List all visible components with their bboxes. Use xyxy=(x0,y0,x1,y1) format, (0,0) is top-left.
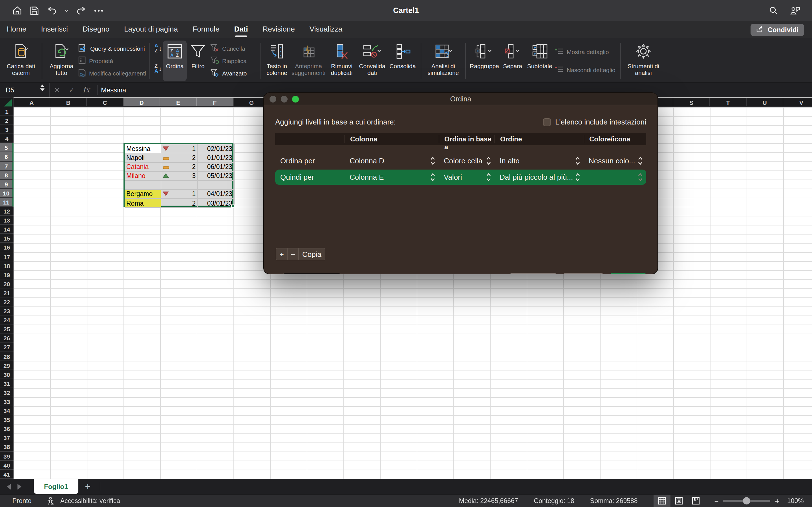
queries-connections-button[interactable]: Query & connessioni xyxy=(79,43,145,54)
ribbon-tab-dati[interactable]: Dati xyxy=(234,22,248,37)
color-icon-dropdown[interactable] xyxy=(583,173,646,181)
column-dropdown[interactable]: Colonna E xyxy=(345,173,439,181)
fill-handle[interactable] xyxy=(231,205,235,208)
row-header-24[interactable]: 24 xyxy=(0,316,13,325)
undo-icon[interactable] xyxy=(47,6,56,15)
edit-links-button[interactable]: Modifica collegamenti xyxy=(79,68,145,79)
row-header-14[interactable]: 14 xyxy=(0,225,13,234)
row-header-38[interactable]: 38 xyxy=(0,443,13,452)
normal-view-icon[interactable] xyxy=(654,494,670,507)
insert-function-icon[interactable]: fx xyxy=(79,86,94,94)
cell-E7[interactable]: 2 xyxy=(161,163,198,172)
cell-F5[interactable]: 02/01/23 xyxy=(198,145,235,154)
accessibility-status[interactable]: Accessibilità: verifica xyxy=(60,497,120,504)
cell-E8[interactable]: 3 xyxy=(161,172,198,180)
group-button[interactable]: Raggruppa xyxy=(469,41,500,81)
cell-F10[interactable]: 04/01/23 xyxy=(198,190,235,199)
cell-D10[interactable]: Bergamo xyxy=(124,190,161,199)
cell-F6[interactable]: 01/01/23 xyxy=(198,154,235,163)
options-button[interactable]: Opzioni... xyxy=(509,273,556,274)
accessibility-icon[interactable] xyxy=(46,497,55,505)
cell-F8[interactable]: 05/01/23 xyxy=(198,172,235,180)
ribbon-tab-formule[interactable]: Formule xyxy=(193,22,219,37)
cell-D7[interactable]: Catania xyxy=(124,163,161,172)
column-header-F[interactable]: F xyxy=(197,98,234,106)
row-header-26[interactable]: 26 xyxy=(0,334,13,343)
row-header-37[interactable]: 37 xyxy=(0,434,13,443)
copy-level-button[interactable]: Copia xyxy=(299,248,325,260)
remove-level-minus-button[interactable]: − xyxy=(288,248,299,260)
row-header-20[interactable]: 20 xyxy=(0,279,13,288)
row-header-5[interactable]: 5 xyxy=(0,144,13,152)
add-sheet-button[interactable]: + xyxy=(78,479,97,494)
row-header-3[interactable]: 3 xyxy=(0,125,13,134)
row-header-9[interactable]: 9 xyxy=(0,180,13,189)
save-icon[interactable] xyxy=(30,6,39,15)
cell-E10[interactable]: 1 xyxy=(161,190,198,199)
column-header-D[interactable]: D xyxy=(123,98,160,106)
hide-detail-button[interactable]: Nascondi dettaglio xyxy=(555,64,616,75)
row-header-12[interactable]: 12 xyxy=(0,207,13,216)
row-header-25[interactable]: 25 xyxy=(0,325,13,334)
row-header-15[interactable]: 15 xyxy=(0,234,13,243)
confirm-entry-icon[interactable]: ✓ xyxy=(64,86,79,94)
reapply-filter-button[interactable]: Riapplica xyxy=(210,55,255,66)
page-layout-view-icon[interactable] xyxy=(670,494,688,507)
comments-people-icon[interactable] xyxy=(790,6,801,15)
row-header-32[interactable]: 32 xyxy=(0,388,13,397)
dropdown-stepper-icon[interactable] xyxy=(575,173,580,181)
zoom-slider-thumb[interactable] xyxy=(743,497,751,504)
row-header-35[interactable]: 35 xyxy=(0,415,13,424)
cell-D11[interactable]: Roma xyxy=(124,199,161,208)
undo-dropdown-chevron-icon[interactable] xyxy=(64,9,69,12)
selected-range[interactable]: Messina102/01/23Napoli201/01/23Catania20… xyxy=(123,144,234,207)
select-all-corner[interactable] xyxy=(0,98,13,107)
row-header-39[interactable]: 39 xyxy=(0,452,13,460)
ribbon-tab-visualizza[interactable]: Visualizza xyxy=(310,22,343,37)
row-header-27[interactable]: 27 xyxy=(0,343,13,352)
cell-D6[interactable]: Napoli xyxy=(124,154,161,163)
row-header-34[interactable]: 34 xyxy=(0,406,13,415)
name-box-stepper[interactable] xyxy=(40,84,45,91)
row-header-28[interactable]: 28 xyxy=(0,352,13,361)
load-external-data-button[interactable]: Carica dati esterni xyxy=(3,41,38,81)
row-header-17[interactable]: 17 xyxy=(0,252,13,261)
consolidate-button[interactable]: Consolida xyxy=(388,41,417,81)
row-header-11[interactable]: 11 xyxy=(0,198,13,207)
order-dropdown[interactable]: In alto xyxy=(495,157,583,165)
previous-sheet-icon[interactable] xyxy=(7,484,11,489)
ok-button[interactable]: OK xyxy=(610,273,646,274)
sort-level-row-2[interactable]: Quindi perColonna EValoriDal più piccolo… xyxy=(275,170,646,185)
row-header-6[interactable]: 6 xyxy=(0,152,13,161)
share-button[interactable]: Condividi xyxy=(751,23,804,36)
row-header-31[interactable]: 31 xyxy=(0,379,13,388)
more-commands-icon[interactable] xyxy=(94,9,103,11)
dropdown-stepper-icon[interactable] xyxy=(486,173,491,181)
row-header-36[interactable]: 36 xyxy=(0,425,13,434)
sort-on-dropdown[interactable]: Valori xyxy=(439,173,495,181)
dropdown-stepper-icon[interactable] xyxy=(430,173,435,181)
ribbon-tab-revisione[interactable]: Revisione xyxy=(263,22,295,37)
zoom-slider[interactable] xyxy=(723,500,770,502)
ribbon-tab-disegno[interactable]: Disegno xyxy=(83,22,109,37)
redo-icon[interactable] xyxy=(77,6,86,15)
what-if-analysis-button[interactable]: ? Analisi di simulazione xyxy=(424,41,462,81)
clear-filter-button[interactable]: Cancella xyxy=(210,43,255,54)
column-header-S[interactable]: S xyxy=(673,98,710,106)
row-header-29[interactable]: 29 xyxy=(0,361,13,370)
cell-E6[interactable]: 2 xyxy=(161,154,198,163)
column-header-T[interactable]: T xyxy=(710,98,747,106)
row-header-8[interactable]: 8 xyxy=(0,170,13,179)
cancel-button[interactable]: Annulla xyxy=(563,273,603,274)
column-header-V[interactable]: V xyxy=(783,98,812,106)
ungroup-button[interactable]: Separa xyxy=(500,41,525,81)
row-header-10[interactable]: 10 xyxy=(0,189,13,198)
sort-on-dropdown[interactable]: Colore cella xyxy=(439,157,495,165)
row-header-22[interactable]: 22 xyxy=(0,297,13,306)
properties-button[interactable]: Proprietà xyxy=(79,55,145,66)
list-has-headers-checkbox[interactable] xyxy=(543,118,551,126)
sort-level-row-1[interactable]: Ordina perColonna DColore cellaIn altoNe… xyxy=(275,153,646,168)
sort-dialog-title-bar[interactable]: Ordina xyxy=(264,93,658,105)
text-to-columns-button[interactable]: Testo in colonne xyxy=(264,41,290,81)
row-header-23[interactable]: 23 xyxy=(0,306,13,316)
